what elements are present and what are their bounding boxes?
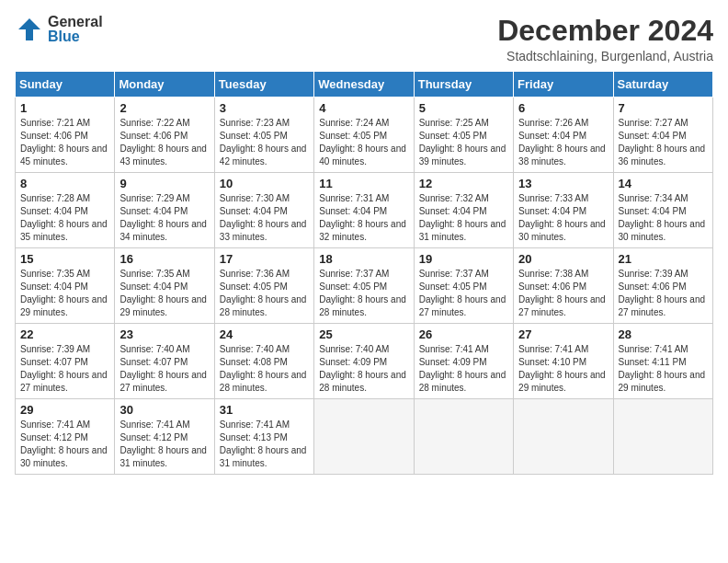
calendar-day-cell: 11Sunrise: 7:31 AMSunset: 4:04 PMDayligh…	[314, 173, 414, 248]
day-number: 12	[419, 177, 508, 190]
day-info: Sunrise: 7:31 AMSunset: 4:04 PMDaylight:…	[319, 192, 408, 244]
calendar-day-cell: 19Sunrise: 7:37 AMSunset: 4:05 PMDayligh…	[414, 248, 513, 324]
day-info: Sunrise: 7:41 AMSunset: 4:11 PMDaylight:…	[619, 343, 708, 395]
calendar-week-row: 29Sunrise: 7:41 AMSunset: 4:12 PMDayligh…	[16, 399, 713, 475]
day-info: Sunrise: 7:25 AMSunset: 4:05 PMDaylight:…	[419, 117, 508, 168]
day-info: Sunrise: 7:38 AMSunset: 4:06 PMDaylight:…	[518, 268, 608, 319]
day-info: Sunrise: 7:41 AMSunset: 4:12 PMDaylight:…	[119, 419, 209, 470]
calendar-day-cell: 1Sunrise: 7:21 AMSunset: 4:06 PMDaylight…	[16, 98, 115, 173]
calendar-day-cell: 31Sunrise: 7:41 AMSunset: 4:13 PMDayligh…	[214, 399, 313, 475]
calendar-week-row: 22Sunrise: 7:39 AMSunset: 4:07 PMDayligh…	[16, 324, 713, 399]
day-info: Sunrise: 7:39 AMSunset: 4:07 PMDaylight:…	[20, 343, 109, 395]
day-header-saturday: Saturday	[613, 72, 712, 98]
day-number: 9	[119, 177, 209, 190]
day-header-tuesday: Tuesday	[214, 72, 313, 98]
day-number: 18	[319, 252, 408, 266]
day-info: Sunrise: 7:41 AMSunset: 4:10 PMDaylight:…	[518, 343, 608, 395]
calendar-day-cell: 4Sunrise: 7:24 AMSunset: 4:05 PMDaylight…	[314, 98, 414, 173]
day-number: 23	[119, 327, 209, 341]
day-info: Sunrise: 7:41 AMSunset: 4:09 PMDaylight:…	[419, 343, 508, 395]
day-info: Sunrise: 7:41 AMSunset: 4:13 PMDaylight:…	[220, 419, 309, 470]
day-info: Sunrise: 7:21 AMSunset: 4:06 PMDaylight:…	[20, 117, 109, 168]
subtitle: Stadtschlaining, Burgenland, Austria	[497, 49, 713, 63]
day-info: Sunrise: 7:35 AMSunset: 4:04 PMDaylight:…	[119, 268, 209, 319]
calendar-day-cell: 15Sunrise: 7:35 AMSunset: 4:04 PMDayligh…	[16, 248, 115, 324]
day-info: Sunrise: 7:33 AMSunset: 4:04 PMDaylight:…	[518, 192, 608, 244]
day-number: 28	[619, 327, 708, 341]
logo-general: General	[48, 15, 103, 29]
day-number: 15	[20, 252, 109, 266]
day-info: Sunrise: 7:28 AMSunset: 4:04 PMDaylight:…	[20, 192, 109, 244]
day-info: Sunrise: 7:29 AMSunset: 4:04 PMDaylight:…	[119, 192, 209, 244]
day-number: 14	[619, 177, 708, 190]
day-header-friday: Friday	[514, 72, 613, 98]
day-number: 8	[20, 177, 109, 190]
calendar-day-cell: 22Sunrise: 7:39 AMSunset: 4:07 PMDayligh…	[16, 324, 115, 399]
day-info: Sunrise: 7:26 AMSunset: 4:04 PMDaylight:…	[518, 117, 608, 168]
calendar-day-cell: 12Sunrise: 7:32 AMSunset: 4:04 PMDayligh…	[414, 173, 513, 248]
title-area: December 2024 Stadtschlaining, Burgenlan…	[497, 15, 713, 63]
calendar-day-cell	[314, 399, 414, 475]
day-info: Sunrise: 7:40 AMSunset: 4:07 PMDaylight:…	[119, 343, 209, 395]
calendar-day-cell	[414, 399, 513, 475]
day-info: Sunrise: 7:32 AMSunset: 4:04 PMDaylight:…	[419, 192, 508, 244]
calendar-table: SundayMondayTuesdayWednesdayThursdayFrid…	[15, 71, 713, 475]
calendar-day-cell: 27Sunrise: 7:41 AMSunset: 4:10 PMDayligh…	[514, 324, 613, 399]
day-number: 31	[220, 403, 309, 417]
header: General Blue December 2024 Stadtschlaini…	[15, 15, 713, 63]
calendar-day-cell: 26Sunrise: 7:41 AMSunset: 4:09 PMDayligh…	[414, 324, 513, 399]
day-number: 17	[220, 252, 309, 266]
day-info: Sunrise: 7:23 AMSunset: 4:05 PMDaylight:…	[220, 117, 309, 168]
day-number: 29	[20, 403, 109, 417]
calendar-day-cell: 18Sunrise: 7:37 AMSunset: 4:05 PMDayligh…	[314, 248, 414, 324]
calendar-day-cell: 24Sunrise: 7:40 AMSunset: 4:08 PMDayligh…	[214, 324, 313, 399]
calendar-week-row: 8Sunrise: 7:28 AMSunset: 4:04 PMDaylight…	[16, 173, 713, 248]
calendar-day-cell: 6Sunrise: 7:26 AMSunset: 4:04 PMDaylight…	[514, 98, 613, 173]
day-info: Sunrise: 7:22 AMSunset: 4:06 PMDaylight:…	[119, 117, 209, 168]
day-number: 26	[419, 327, 508, 341]
day-header-monday: Monday	[115, 72, 214, 98]
day-header-thursday: Thursday	[414, 72, 513, 98]
logo-icon	[15, 15, 44, 44]
day-info: Sunrise: 7:37 AMSunset: 4:05 PMDaylight:…	[419, 268, 508, 319]
day-number: 5	[419, 101, 508, 115]
day-number: 13	[518, 177, 608, 190]
day-number: 20	[518, 252, 608, 266]
calendar-day-cell: 21Sunrise: 7:39 AMSunset: 4:06 PMDayligh…	[613, 248, 712, 324]
day-number: 3	[220, 101, 309, 115]
calendar-day-cell: 30Sunrise: 7:41 AMSunset: 4:12 PMDayligh…	[115, 399, 214, 475]
calendar-day-cell: 7Sunrise: 7:27 AMSunset: 4:04 PMDaylight…	[613, 98, 712, 173]
day-info: Sunrise: 7:40 AMSunset: 4:09 PMDaylight:…	[319, 343, 408, 395]
calendar-day-cell: 5Sunrise: 7:25 AMSunset: 4:05 PMDaylight…	[414, 98, 513, 173]
calendar-day-cell: 16Sunrise: 7:35 AMSunset: 4:04 PMDayligh…	[115, 248, 214, 324]
day-number: 6	[518, 101, 608, 115]
logo-text: General Blue	[48, 15, 103, 44]
calendar-day-cell: 13Sunrise: 7:33 AMSunset: 4:04 PMDayligh…	[514, 173, 613, 248]
day-number: 27	[518, 327, 608, 341]
calendar-day-cell: 29Sunrise: 7:41 AMSunset: 4:12 PMDayligh…	[16, 399, 115, 475]
calendar-day-cell: 2Sunrise: 7:22 AMSunset: 4:06 PMDaylight…	[115, 98, 214, 173]
day-info: Sunrise: 7:41 AMSunset: 4:12 PMDaylight:…	[20, 419, 109, 470]
day-number: 16	[119, 252, 209, 266]
day-info: Sunrise: 7:35 AMSunset: 4:04 PMDaylight:…	[20, 268, 109, 319]
day-number: 30	[119, 403, 209, 417]
calendar-day-cell: 28Sunrise: 7:41 AMSunset: 4:11 PMDayligh…	[613, 324, 712, 399]
day-number: 25	[319, 327, 408, 341]
day-info: Sunrise: 7:40 AMSunset: 4:08 PMDaylight:…	[220, 343, 309, 395]
logo-blue: Blue	[48, 29, 103, 44]
day-number: 1	[20, 101, 109, 115]
calendar-day-cell	[613, 399, 712, 475]
calendar-day-cell: 3Sunrise: 7:23 AMSunset: 4:05 PMDaylight…	[214, 98, 313, 173]
logo: General Blue	[15, 15, 103, 44]
calendar-day-cell: 9Sunrise: 7:29 AMSunset: 4:04 PMDaylight…	[115, 173, 214, 248]
day-number: 21	[619, 252, 708, 266]
day-info: Sunrise: 7:39 AMSunset: 4:06 PMDaylight:…	[619, 268, 708, 319]
day-info: Sunrise: 7:36 AMSunset: 4:05 PMDaylight:…	[220, 268, 309, 319]
calendar-day-cell	[514, 399, 613, 475]
day-info: Sunrise: 7:30 AMSunset: 4:04 PMDaylight:…	[220, 192, 309, 244]
calendar-week-row: 1Sunrise: 7:21 AMSunset: 4:06 PMDaylight…	[16, 98, 713, 173]
calendar-day-cell: 20Sunrise: 7:38 AMSunset: 4:06 PMDayligh…	[514, 248, 613, 324]
calendar-day-cell: 25Sunrise: 7:40 AMSunset: 4:09 PMDayligh…	[314, 324, 414, 399]
day-number: 10	[220, 177, 309, 190]
day-number: 2	[119, 101, 209, 115]
